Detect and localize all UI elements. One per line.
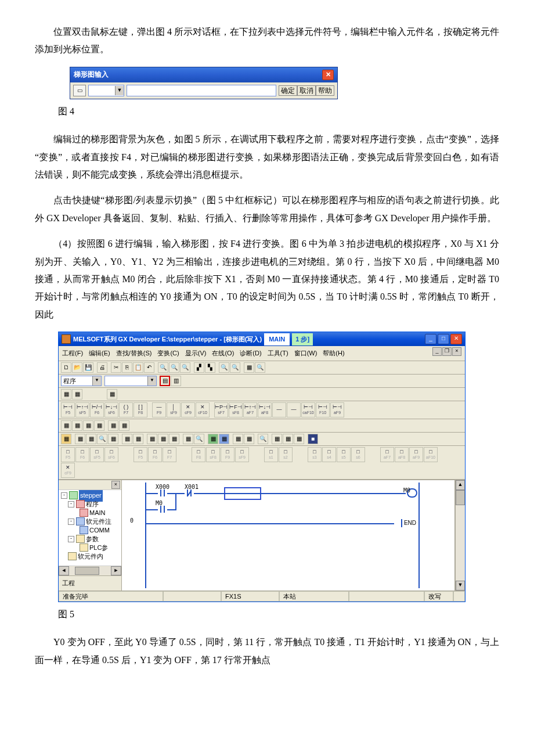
tb6-10-icon[interactable]: ▦ — [169, 434, 179, 444]
undo-icon[interactable]: ↶ — [144, 362, 154, 373]
tb6-3-icon[interactable]: ▦ — [86, 434, 96, 444]
scroll-right-icon[interactable]: ► — [111, 566, 121, 575]
save-icon[interactable]: 💾 — [83, 362, 93, 373]
tb6-17-icon[interactable]: 🔍 — [258, 434, 268, 444]
ok-button[interactable]: 确定 — [279, 85, 297, 96]
vscroll-thumb[interactable] — [456, 490, 465, 505]
menu-tools[interactable]: 工具(T) — [268, 347, 288, 359]
find-icon[interactable]: 🔍 — [158, 362, 168, 373]
zoom-out-icon[interactable]: 🔍 — [230, 362, 240, 373]
menu-help[interactable]: 帮助(H) — [323, 347, 344, 359]
sym-f6[interactable]: ⊢/⊣F6 — [90, 402, 104, 417]
scroll-left-icon[interactable]: ◄ — [59, 566, 69, 575]
mdi-minimize-icon[interactable]: _ — [432, 347, 442, 356]
tb6-4-icon[interactable]: 🔍 — [97, 434, 107, 444]
hscroll-thumb[interactable] — [75, 567, 99, 575]
tb6-2-icon[interactable]: ▦ — [75, 434, 85, 444]
tb6-11-icon[interactable]: ▦ — [183, 434, 193, 444]
sym-sf7[interactable]: ⊢P⊣sF7 — [214, 402, 228, 417]
tb6-5-icon[interactable]: ▦ — [108, 434, 118, 444]
close-icon[interactable]: ✕ — [450, 334, 462, 344]
menu-find[interactable]: 查找/替换(S) — [116, 347, 152, 359]
tree-collapse-icon[interactable]: - — [68, 536, 74, 542]
tree-close-icon[interactable]: × — [111, 481, 120, 489]
symbol-combo[interactable]: ▼ — [88, 85, 124, 96]
mdi-close-icon[interactable]: × — [452, 347, 461, 356]
contact-x000[interactable] — [158, 488, 167, 498]
element-name-input[interactable] — [127, 85, 276, 96]
project-tree[interactable]: - stepper - 程序 MAIN - — [59, 490, 121, 566]
symbol-icon[interactable]: ▭ — [73, 85, 86, 96]
tb6-1-icon[interactable]: ▦ — [61, 434, 71, 444]
paste-icon[interactable]: 📋 — [133, 362, 143, 373]
mdi-restore-icon[interactable]: ❐ — [442, 347, 452, 356]
sym-f9[interactable]: —F9 — [152, 402, 166, 417]
sym-cf9[interactable]: ✕cF9 — [181, 402, 195, 417]
sym-sf6[interactable]: ⊢↓⊣sF6 — [104, 402, 118, 417]
find-dev-icon[interactable]: 🔍 — [169, 362, 179, 373]
menu-project[interactable]: 工程(F) — [62, 347, 83, 359]
cut-icon[interactable]: ✂ — [111, 362, 121, 373]
tb6-15-icon[interactable]: ▦ — [233, 434, 243, 444]
sym-af7[interactable]: ⊢↑⊣aF7 — [243, 402, 257, 417]
close-icon[interactable]: ✕ — [322, 70, 334, 80]
tool-c-icon[interactable]: ▦ — [244, 362, 254, 373]
sym-f5[interactable]: ⊢⊣F5 — [61, 402, 75, 417]
menu-online[interactable]: 在线(O) — [212, 347, 234, 359]
tb5-3-icon[interactable]: ▦ — [83, 420, 93, 431]
program-name-combo[interactable]: ▼ — [104, 376, 157, 386]
list-view-icon[interactable]: ▥ — [171, 376, 181, 386]
sym-sf5[interactable]: ⊢↑⊣sF5 — [75, 402, 89, 417]
tree-collapse-icon[interactable]: - — [68, 519, 74, 525]
menu-diagnose[interactable]: 诊断(D) — [240, 347, 261, 359]
tb6-14-icon[interactable]: ▦ — [219, 434, 229, 444]
ladder-canvas[interactable]: 0 X000 X001 M0 — [122, 480, 455, 591]
tree-collapse-icon[interactable]: - — [68, 501, 74, 507]
scroll-down-icon[interactable]: ▼ — [456, 581, 465, 591]
tb6-21-icon[interactable]: ■ — [308, 434, 318, 444]
tb5-1-icon[interactable]: ▦ — [61, 420, 71, 431]
tool-d-icon[interactable]: 🔍 — [255, 362, 265, 373]
sym-sf9[interactable]: │sF9 — [167, 402, 181, 417]
ladder-editor[interactable]: 0 X000 X001 M0 — [122, 480, 465, 591]
tb6-16-icon[interactable]: ▦ — [244, 434, 254, 444]
tb3-a-icon[interactable]: ▦ — [61, 389, 71, 399]
ladder-vscrollbar[interactable]: ▲ ▼ — [455, 480, 465, 591]
tb6-19-icon[interactable]: ▦ — [283, 434, 293, 444]
program-type-combo[interactable]: 程序 ▼ — [61, 376, 102, 386]
find-step-icon[interactable]: 🔍 — [180, 362, 190, 373]
maximize-icon[interactable]: □ — [438, 334, 449, 344]
sym-sf8[interactable]: ⊢F⊣sF8 — [229, 402, 243, 417]
tree-tab-project[interactable]: 工程 — [59, 575, 121, 591]
tree-collapse-icon[interactable]: - — [61, 492, 67, 499]
menu-convert[interactable]: 变换(C) — [157, 347, 179, 359]
sym-f8[interactable]: [ ]F8 — [134, 402, 147, 417]
sym-cf10[interactable]: ✕cF10 — [196, 402, 210, 417]
sym-caf10[interactable]: ⊢⊣caF10 — [301, 402, 315, 417]
tree-devmem[interactable]: 软元件内 — [78, 550, 103, 563]
tb5-2-icon[interactable]: ▦ — [72, 420, 82, 431]
tb3-b-icon[interactable]: ▦ — [72, 389, 82, 399]
tb5-4-icon[interactable]: ▦ — [94, 420, 104, 431]
menu-view[interactable]: 显示(V) — [185, 347, 207, 359]
tb6-20-icon[interactable]: ▦ — [294, 434, 304, 444]
minimize-icon[interactable]: _ — [425, 334, 436, 344]
open-icon[interactable]: 📂 — [72, 362, 82, 373]
tool-a-icon[interactable]: ▞ — [194, 362, 204, 373]
print-icon[interactable]: 🖨 — [97, 362, 107, 373]
tb3-c-icon[interactable]: ▦ — [107, 389, 117, 399]
tb5-6-icon[interactable]: ▦ — [119, 420, 129, 431]
tb6-9-icon[interactable]: ▦ — [158, 434, 168, 444]
sym-f7[interactable]: ( )F7 — [119, 402, 133, 417]
tb6-6-icon[interactable]: ▦ — [122, 434, 132, 444]
menu-window[interactable]: 窗口(W) — [294, 347, 317, 359]
ladder-list-toggle-icon[interactable]: ▤ — [160, 376, 170, 386]
tb5-5-icon[interactable]: ▦ — [108, 420, 118, 431]
tree-hscrollbar[interactable]: ◄ ► — [59, 566, 121, 575]
copy-icon[interactable]: ⎘ — [122, 362, 132, 373]
help-button[interactable]: 帮助 — [316, 85, 334, 96]
menu-edit[interactable]: 编辑(E) — [89, 347, 110, 359]
tb6-18-icon[interactable]: ▦ — [272, 434, 282, 444]
sym-f10[interactable]: ⊢⊣F10 — [316, 402, 330, 417]
tb6-12-icon[interactable]: 🔍 — [194, 434, 204, 444]
